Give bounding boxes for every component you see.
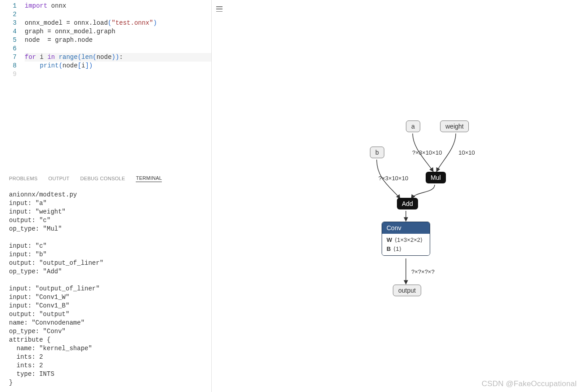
- code-editor[interactable]: 123456789 import onnxonnx_model = onnx.l…: [0, 0, 211, 171]
- input-node-a[interactable]: a: [406, 120, 420, 132]
- code-line[interactable]: [25, 45, 211, 53]
- terminal-output[interactable]: anionnx/modtest.py input: "a" input: "we…: [0, 186, 211, 392]
- edge-label-b-add: ?×3×10×10: [378, 175, 408, 182]
- op-node-conv[interactable]: Conv W⟨1×3×2×2⟩ B⟨1⟩: [382, 222, 430, 256]
- line-gutter: 123456789: [0, 0, 25, 171]
- edge-label-weight-mul: 10×10: [458, 149, 475, 156]
- code-area[interactable]: import onnxonnx_model = onnx.load("test.…: [25, 0, 211, 171]
- code-line[interactable]: import onnx: [25, 2, 211, 10]
- code-line[interactable]: print(node[i]): [25, 62, 211, 70]
- graph-viewer-panel: a weight b Mul Add Conv W⟨1×3×2×2⟩ B⟨1⟩ …: [212, 0, 583, 392]
- conv-node-header: Conv: [382, 222, 430, 234]
- input-node-b[interactable]: b: [370, 147, 384, 158]
- code-line[interactable]: for i in range(len(node)):: [25, 53, 211, 62]
- conv-w-label: W: [387, 236, 392, 243]
- onnx-graph-canvas[interactable]: a weight b Mul Add Conv W⟨1×3×2×2⟩ B⟨1⟩ …: [212, 0, 583, 392]
- conv-b-label: B: [387, 245, 391, 252]
- bottom-panel-tabs: PROBLEMS OUTPUT DEBUG CONSOLE TERMINAL: [0, 171, 211, 186]
- tab-output[interactable]: OUTPUT: [49, 176, 70, 181]
- edge-label-a-mul: ?×3×10×10: [412, 149, 442, 156]
- tab-problems[interactable]: PROBLEMS: [9, 176, 38, 181]
- code-line[interactable]: [25, 70, 211, 79]
- watermark: CSDN @FakeOccupational: [481, 379, 577, 388]
- output-node[interactable]: output: [393, 285, 421, 296]
- conv-b-value: ⟨1⟩: [393, 245, 401, 252]
- code-line[interactable]: graph = onnx_model.graph: [25, 27, 211, 36]
- code-line[interactable]: [25, 10, 211, 19]
- code-line[interactable]: node = graph.node: [25, 36, 211, 45]
- tab-debug-console[interactable]: DEBUG CONSOLE: [80, 176, 125, 181]
- op-node-add[interactable]: Add: [397, 198, 418, 209]
- edge-label-conv-output: ?×?×?×?: [411, 268, 435, 275]
- input-node-weight[interactable]: weight: [440, 120, 469, 132]
- conv-node-body: W⟨1×3×2×2⟩ B⟨1⟩: [382, 234, 430, 255]
- op-node-mul[interactable]: Mul: [426, 172, 446, 183]
- code-line[interactable]: onnx_model = onnx.load("test.onnx"): [25, 19, 211, 27]
- conv-w-value: ⟨1×3×2×2⟩: [395, 236, 423, 243]
- graph-edges: [212, 0, 583, 392]
- tab-terminal[interactable]: TERMINAL: [136, 175, 162, 182]
- editor-panel: 123456789 import onnxonnx_model = onnx.l…: [0, 0, 212, 392]
